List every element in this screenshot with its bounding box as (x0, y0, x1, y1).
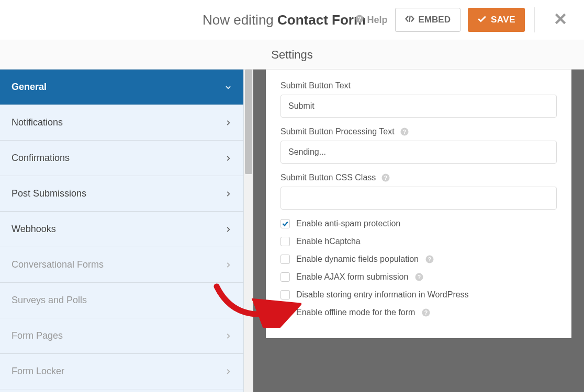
settings-panel: Submit Button Text Submit Button Process… (266, 70, 571, 338)
input-css-class[interactable] (280, 187, 557, 210)
sidebar-item-general[interactable]: General (0, 70, 243, 105)
top-bar: Now editing Contact Form ? Help EMBED SA… (0, 0, 584, 40)
chevron-right-icon (224, 155, 232, 162)
field-submit-text: Submit Button Text (280, 81, 557, 118)
svg-line-2 (409, 16, 410, 22)
chevron-right-icon (224, 226, 232, 233)
help-circle-icon[interactable]: ? (421, 308, 431, 317)
chevron-right-icon (224, 368, 232, 375)
label-processing-text: Submit Button Processing Text ? (280, 127, 557, 136)
checkbox-label: Enable offline mode for the form (296, 308, 415, 317)
checkbox-label: Disable storing entry information in Wor… (296, 290, 469, 299)
label-css-class-span: Submit Button CSS Class (280, 173, 376, 182)
divider (534, 7, 535, 32)
sidebar-item-form-pages[interactable]: Form Pages (0, 318, 243, 354)
sidebar-item-webhooks[interactable]: Webhooks (0, 212, 243, 247)
sidebar-wrap: GeneralNotificationsConfirmationsPost Su… (0, 70, 253, 392)
checkbox-row: Enable offline mode for the form? (280, 308, 557, 317)
svg-text:?: ? (402, 129, 406, 135)
checkbox-label: Enable AJAX form submission (296, 272, 408, 282)
sidebar-item-post-submissions[interactable]: Post Submissions (0, 176, 243, 212)
sidebar-item-label: Notifications (12, 117, 63, 128)
help-circle-icon[interactable]: ? (381, 173, 390, 182)
sidebar-item-form-locker[interactable]: Form Locker (0, 354, 243, 389)
chevron-right-icon (224, 297, 232, 304)
sidebar-item-label: Surveys and Polls (12, 295, 87, 306)
checkbox-row: Enable AJAX form submission? (280, 272, 557, 282)
input-submit-text[interactable] (280, 95, 557, 118)
save-button[interactable]: SAVE (468, 8, 525, 32)
svg-text:?: ? (357, 15, 361, 21)
svg-text:?: ? (424, 309, 428, 316)
chevron-right-icon (224, 119, 232, 126)
sidebar-item-notifications[interactable]: Notifications (0, 105, 243, 141)
editing-title: Now editing Contact Form (203, 12, 366, 28)
label-css-class: Submit Button CSS Class ? (280, 173, 557, 182)
checkbox[interactable] (280, 290, 290, 299)
checkbox[interactable] (280, 272, 290, 282)
sidebar-item-label: Form Pages (12, 330, 63, 341)
checkbox[interactable] (280, 255, 290, 264)
embed-label: EMBED (419, 15, 451, 25)
svg-text:?: ? (384, 175, 387, 181)
svg-text:?: ? (418, 274, 421, 280)
form-name: Contact Form (277, 12, 366, 28)
sidebar-item-label: Webhooks (12, 224, 56, 235)
save-label: SAVE (491, 15, 515, 25)
chevron-down-icon (224, 84, 232, 91)
sidebar-item-label: General (12, 82, 47, 93)
chevron-right-icon (224, 261, 232, 269)
help-circle-icon[interactable]: ? (414, 272, 424, 282)
checkbox[interactable] (280, 308, 290, 317)
embed-button[interactable]: EMBED (395, 8, 461, 32)
help-circle-icon[interactable]: ? (400, 127, 409, 136)
help-circle-icon[interactable]: ? (425, 255, 434, 264)
check-icon (477, 15, 487, 25)
sidebar-item-confirmations[interactable]: Confirmations (0, 141, 243, 176)
checkbox-row: Enable anti-spam protection (280, 219, 557, 228)
sidebar-item-label: Form Locker (12, 366, 64, 377)
help-circle-icon: ? (355, 14, 364, 26)
main-area: Submit Button Text Submit Button Process… (253, 70, 584, 392)
settings-title: Settings (271, 48, 313, 62)
input-processing-text[interactable] (280, 141, 557, 164)
close-button[interactable] (547, 7, 574, 33)
checkbox-label: Enable dynamic fields population (296, 255, 419, 264)
checkbox-row: Enable hCaptcha (280, 237, 557, 246)
sidebar-scrollbar[interactable] (244, 70, 253, 392)
close-icon (554, 12, 567, 28)
checkbox-list: Enable anti-spam protectionEnable hCaptc… (280, 219, 557, 317)
field-css-class: Submit Button CSS Class ? (280, 173, 557, 210)
help-link[interactable]: ? Help (355, 14, 388, 26)
checkbox-row: Disable storing entry information in Wor… (280, 290, 557, 299)
checkbox[interactable] (280, 219, 290, 228)
field-processing-text: Submit Button Processing Text ? (280, 127, 557, 164)
sidebar: GeneralNotificationsConfirmationsPost Su… (0, 70, 244, 392)
code-icon (405, 15, 414, 25)
checkbox-row: Enable dynamic fields population? (280, 255, 557, 264)
scrollbar-thumb[interactable] (245, 70, 252, 174)
sidebar-item-surveys-and-polls[interactable]: Surveys and Polls (0, 283, 243, 318)
body: GeneralNotificationsConfirmationsPost Su… (0, 70, 584, 392)
chevron-right-icon (224, 190, 232, 198)
checkbox-label: Enable anti-spam protection (296, 219, 400, 228)
checkbox-label: Enable hCaptcha (296, 237, 361, 246)
sidebar-item-label: Conversational Forms (12, 259, 104, 270)
editing-prefix: Now editing (203, 12, 277, 28)
chevron-right-icon (224, 332, 232, 340)
sidebar-item-label: Confirmations (12, 153, 70, 164)
help-label: Help (367, 15, 388, 26)
sidebar-item-label: Post Submissions (12, 188, 86, 199)
settings-header: Settings (0, 40, 584, 70)
svg-text:?: ? (428, 256, 431, 262)
checkbox[interactable] (280, 237, 290, 246)
sidebar-item-conversational-forms[interactable]: Conversational Forms (0, 247, 243, 283)
label-submit-text: Submit Button Text (280, 81, 557, 90)
label-processing-text-span: Submit Button Processing Text (280, 127, 395, 136)
